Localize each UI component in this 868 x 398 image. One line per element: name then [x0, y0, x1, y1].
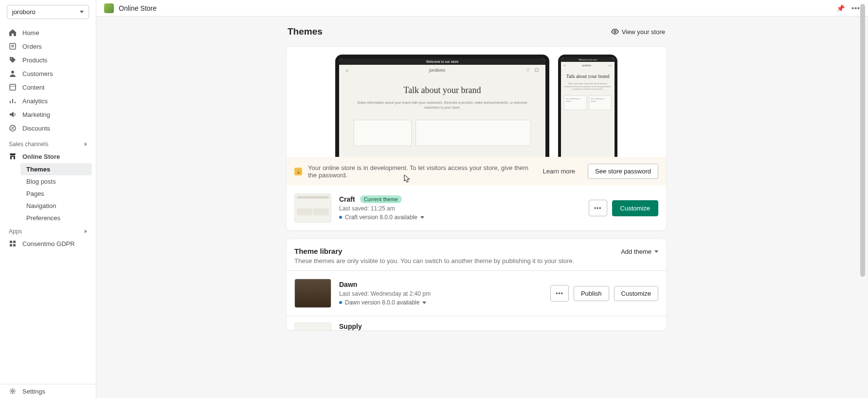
subnav-pages[interactable]: Pages [20, 188, 92, 200]
top-bar: Online Store 📌 ••• [96, 0, 868, 17]
chevron-right-icon [85, 142, 87, 146]
add-theme-button[interactable]: Add theme [621, 247, 658, 255]
nav-label: Analytics [22, 97, 48, 105]
apps-header[interactable]: Apps [0, 224, 96, 237]
nav-label: Orders [22, 43, 42, 50]
nav-label: Customers [22, 70, 53, 77]
content-icon [9, 83, 17, 91]
scrollbar[interactable] [860, 4, 865, 277]
nav-products[interactable]: Products [0, 53, 96, 67]
current-theme-badge: Current theme [360, 195, 402, 203]
status-dot-icon [339, 301, 342, 304]
nav-content[interactable]: Content [0, 80, 96, 94]
theme-more-actions-button[interactable]: ••• [589, 200, 607, 216]
theme-more-actions-button[interactable]: ••• [550, 285, 569, 302]
chevron-down-icon [80, 11, 84, 13]
nav-label: Marketing [22, 111, 50, 118]
svg-point-1 [11, 58, 12, 59]
theme-library-card: Theme library These themes are only visi… [287, 239, 666, 330]
current-theme-card: Welcome to our store ⌕ joroboro ♡ ☐ Talk… [287, 47, 666, 230]
theme-last-saved: Last saved: 11:25 am [339, 205, 581, 212]
theme-version-link[interactable]: Craft version 8.0.0 available [339, 214, 581, 221]
theme-name: Craft [339, 195, 355, 203]
preview-tile: Your collection's name → [564, 95, 587, 110]
eye-icon [611, 28, 619, 36]
app-icon [9, 240, 17, 247]
learn-more-link[interactable]: Learn more [543, 168, 575, 175]
version-text: Dawn version 8.0.0 available [345, 299, 419, 306]
nav-analytics[interactable]: Analytics [0, 94, 96, 108]
see-store-password-button[interactable]: See store password [588, 164, 658, 179]
theme-thumbnail [294, 279, 331, 308]
nav-online-store[interactable]: Online Store [0, 150, 96, 163]
preview-tile [416, 120, 531, 146]
theme-version-link[interactable]: Dawn version 8.0.0 available [339, 299, 542, 306]
svg-rect-11 [13, 244, 16, 246]
subnav-preferences[interactable]: Preferences [20, 212, 92, 224]
nav-discounts[interactable]: Discounts [0, 121, 96, 135]
theme-name: Dawn [339, 281, 357, 288]
more-icon[interactable]: ••• [851, 4, 860, 12]
orders-icon [9, 42, 17, 50]
nav-home[interactable]: Home [0, 26, 96, 39]
preview-banner: Welcome to our store [561, 57, 615, 62]
dev-banner-text: Your online store is in development. To … [308, 164, 537, 179]
products-icon [9, 56, 17, 64]
sidebar: joroboro Home Orders Products Customers … [0, 0, 96, 398]
theme-thumbnail [294, 322, 331, 331]
subnav-themes[interactable]: Themes [20, 163, 92, 175]
store-name: joroboro [12, 8, 36, 16]
section-label: Apps [9, 228, 22, 235]
preview-tile: Your collection's name → [589, 95, 612, 110]
gear-icon [9, 387, 17, 395]
section-label: Sales channels [9, 141, 48, 148]
store-selector[interactable]: joroboro [7, 5, 89, 19]
top-bar-title: Online Store [119, 4, 157, 12]
view-store-label: View your store [622, 28, 665, 36]
customize-button[interactable]: Customize [614, 286, 658, 301]
svg-rect-0 [10, 43, 16, 49]
nav-settings[interactable]: Settings [0, 384, 96, 398]
desktop-preview-frame: Welcome to our store ⌕ joroboro ♡ ☐ Talk… [335, 55, 549, 157]
svg-rect-7 [12, 157, 14, 159]
sales-channels-header[interactable]: Sales channels [0, 137, 96, 150]
svg-rect-3 [10, 84, 16, 90]
chevron-down-icon [422, 302, 426, 304]
nav-marketing[interactable]: Marketing [0, 108, 96, 121]
library-title: Theme library [294, 247, 574, 255]
user-icon: ♡ [526, 68, 530, 73]
svg-rect-10 [10, 244, 12, 246]
bag-icon: ☐ [535, 68, 539, 73]
nav-label: Online Store [22, 153, 60, 160]
publish-button[interactable]: Publish [574, 286, 609, 301]
view-your-store-link[interactable]: View your store [611, 28, 665, 36]
preview-headline: Talk about your brand [354, 85, 531, 95]
subnav-navigation[interactable]: Navigation [20, 200, 92, 212]
nav-consentmo[interactable]: Consentmo GDPR [0, 237, 96, 250]
lock-icon: 🔒 [294, 168, 302, 175]
mobile-preview-frame: Welcome to our store ≡ joroboro ⌕ ☐ Talk… [558, 55, 617, 157]
menu-icon: ≡ [564, 64, 565, 67]
version-text: Craft version 8.0.0 available [345, 214, 417, 221]
search-icon: ⌕ [346, 68, 348, 73]
library-theme-row: Supply [287, 316, 666, 330]
customize-button[interactable]: Customize [612, 200, 658, 216]
development-banner: 🔒 Your online store is in development. T… [287, 157, 666, 186]
preview-subtext: Share information about your brand with … [354, 100, 531, 110]
marketing-icon [9, 111, 17, 118]
preview-banner: Welcome to our store [339, 58, 545, 65]
preview-headline: Talk about your brand [564, 74, 612, 79]
discounts-icon [9, 124, 17, 132]
nav-customers[interactable]: Customers [0, 67, 96, 80]
subnav-blog-posts[interactable]: Blog posts [20, 175, 92, 188]
nav-label: Home [22, 29, 39, 37]
pin-icon[interactable]: 📌 [836, 4, 845, 12]
svg-point-2 [11, 71, 14, 74]
nav-orders[interactable]: Orders [0, 39, 96, 53]
library-subtitle: These themes are only visible to you. Yo… [294, 257, 574, 265]
preview-tile [354, 120, 412, 146]
nav-label: Content [22, 84, 45, 91]
svg-rect-8 [10, 241, 12, 243]
nav-label: Discounts [22, 125, 50, 132]
current-theme-row: Craft Current theme Last saved: 11:25 am… [287, 186, 666, 230]
